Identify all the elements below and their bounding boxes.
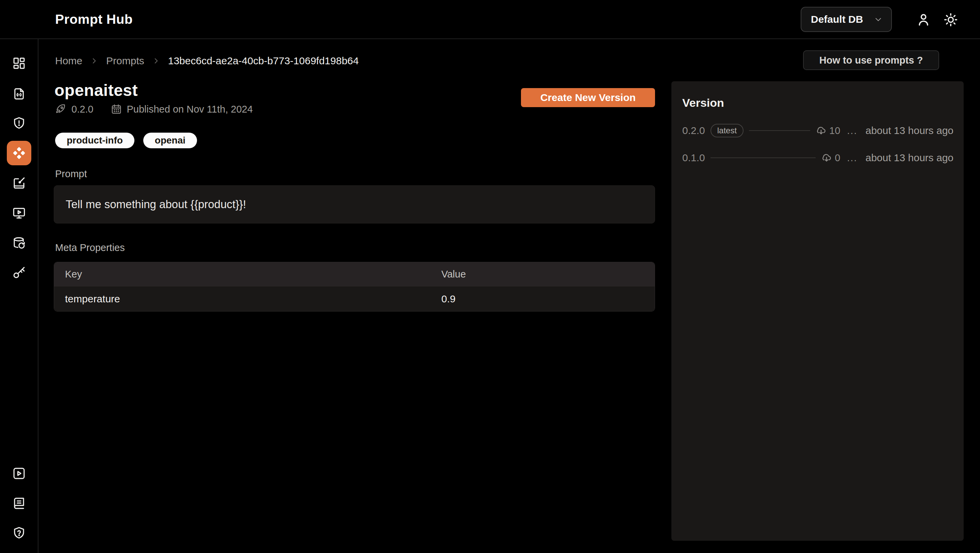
downloads-number: 0 <box>835 153 840 164</box>
tag-list: product-info openai <box>55 133 197 148</box>
version-row[interactable]: 0.1.0 0 ... about 13 hours ago <box>671 147 964 168</box>
book-docs-icon <box>12 496 26 510</box>
sidebar <box>0 0 38 553</box>
prompt-version: 0.2.0 <box>72 104 94 115</box>
published-date: Published on Nov 11th, 2024 <box>127 104 253 115</box>
key-icon <box>12 266 26 280</box>
prompt-section-label: Prompt <box>55 168 87 180</box>
version-number: 0.2.0 <box>682 125 705 137</box>
latest-badge: latest <box>711 124 743 137</box>
breadcrumb-home[interactable]: Home <box>55 55 82 67</box>
version-row[interactable]: 0.2.0 latest 10 ... about 13 hours ago <box>671 120 964 141</box>
shield-question-icon <box>12 526 26 540</box>
chevron-down-icon <box>873 14 883 24</box>
meta-properties-table: Key Value temperature 0.9 <box>54 262 655 311</box>
version-time: about 13 hours ago <box>865 152 953 164</box>
connector-line <box>749 130 810 131</box>
create-new-version-button[interactable]: Create New Version <box>521 88 655 107</box>
table-cell-key: temperature <box>54 293 441 305</box>
user-icon[interactable] <box>916 12 931 27</box>
how-to-use-prompts-button[interactable]: How to use prompts ? <box>803 50 939 70</box>
table-row: temperature 0.9 <box>54 286 655 311</box>
meta-properties-label: Meta Properties <box>55 242 125 253</box>
sidebar-item-requests[interactable] <box>7 82 31 106</box>
rocket-icon <box>55 103 67 115</box>
prompt-text: Tell me something about {{product}}! <box>66 198 246 211</box>
sidebar-item-support[interactable] <box>7 521 31 545</box>
sidebar-item-sessions[interactable] <box>7 201 31 225</box>
table-header-row: Key Value <box>54 262 655 286</box>
file-code-icon <box>12 87 26 101</box>
tag-pill: product-info <box>55 133 134 148</box>
page-title: openaitest <box>54 81 138 100</box>
version-panel: Version 0.2.0 latest 10 ... about 13 hou… <box>671 81 964 541</box>
sidebar-item-prompts[interactable] <box>7 141 31 165</box>
more-options-button[interactable]: ... <box>847 125 857 137</box>
sidebar-item-alerts[interactable] <box>7 111 31 135</box>
database-restore-icon <box>12 236 26 250</box>
app-title: Prompt Hub <box>55 0 133 38</box>
table-header-value: Value <box>441 269 655 280</box>
prompt-meta-row: 0.2.0 Published on Nov 11th, 2024 <box>55 102 253 116</box>
prompt-text-panel: Tell me something about {{product}}! <box>54 185 655 224</box>
downloads-count: 10 <box>816 125 840 137</box>
sidebar-item-dashboard[interactable] <box>7 51 31 76</box>
sidebar-item-tutorials[interactable] <box>7 461 31 486</box>
chevron-right-icon <box>152 56 161 65</box>
theme-sun-icon[interactable] <box>943 12 958 27</box>
db-selector[interactable]: Default DB <box>801 7 892 32</box>
table-header-key: Key <box>54 269 441 280</box>
version-panel-title: Version <box>682 96 724 110</box>
sidebar-item-api-keys[interactable] <box>7 261 31 285</box>
dashboard-grid-icon <box>12 56 26 70</box>
breadcrumb-prompt-id: 13bec6cd-ae2a-40cb-b773-1069fd198b64 <box>168 55 359 67</box>
db-selector-label: Default DB <box>811 14 863 25</box>
downloads-number: 10 <box>829 125 840 137</box>
sidebar-item-docs[interactable] <box>7 491 31 516</box>
table-cell-value: 0.9 <box>441 293 655 305</box>
chevron-right-icon <box>90 56 99 65</box>
breadcrumb: Home Prompts 13bec6cd-ae2a-40cb-b773-106… <box>55 51 359 71</box>
book-pen-icon <box>12 176 26 190</box>
play-square-icon <box>12 466 26 481</box>
prompts-diamonds-icon <box>12 146 26 160</box>
more-options-button[interactable]: ... <box>847 153 857 164</box>
topbar: Prompt Hub Default DB <box>0 0 980 39</box>
shield-alert-icon <box>12 116 26 130</box>
version-time: about 13 hours ago <box>865 125 953 137</box>
calendar-icon <box>111 103 122 115</box>
downloads-count: 0 <box>821 153 840 164</box>
tag-pill: openai <box>143 133 197 148</box>
cloud-download-icon <box>816 125 827 136</box>
breadcrumb-prompts[interactable]: Prompts <box>106 55 144 67</box>
sidebar-item-annotations[interactable] <box>7 171 31 195</box>
sidebar-item-datasets[interactable] <box>7 231 31 256</box>
version-number: 0.1.0 <box>682 152 705 164</box>
monitor-play-icon <box>12 206 26 220</box>
cloud-download-icon <box>821 153 832 163</box>
connector-line <box>711 157 816 158</box>
